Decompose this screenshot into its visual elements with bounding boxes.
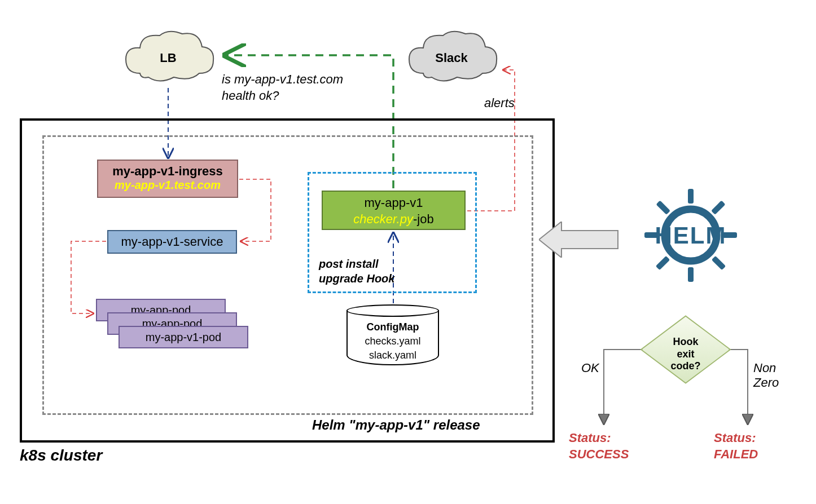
ingress-box: my-app-v1-ingress my-app-v1.test.com — [97, 160, 238, 198]
lb-label: LB — [160, 51, 176, 65]
job-suffix: -job — [413, 212, 434, 226]
slack-label: Slack — [435, 51, 468, 65]
status-success: Status:SUCCESS — [569, 430, 629, 462]
branch-ok-label: OK — [581, 361, 599, 375]
health-question-label: is my-app-v1.test.com health ok? — [222, 72, 343, 104]
slack-cloud: Slack — [401, 25, 502, 90]
job-app: my-app-v1 — [326, 195, 461, 211]
helm-release-label: Helm "my-app-v1" release — [312, 417, 480, 433]
decision-diamond: Hook exit code? — [640, 310, 731, 389]
job-script: checker.py — [353, 212, 413, 226]
hook-label: post install upgrade Hook — [319, 257, 394, 286]
pod-box-3: my-app-v1-pod — [119, 326, 248, 348]
helm-logo: HELM — [618, 183, 764, 288]
checker-job-box: my-app-v1 checker.py-job — [322, 191, 466, 230]
status-failed: Status:FAILED — [714, 430, 758, 462]
helm-to-cluster-arrow — [539, 222, 624, 260]
decision-label: Hook exit code? — [640, 336, 731, 373]
ingress-title: my-app-v1-ingress — [102, 164, 234, 179]
cluster-label: k8s cluster — [20, 446, 102, 465]
svg-rect-2 — [688, 267, 694, 282]
job-line-2: checker.py-job — [326, 211, 461, 228]
svg-rect-8 — [712, 256, 726, 270]
svg-rect-5 — [711, 200, 725, 214]
branch-nonzero-label: NonZero — [753, 361, 779, 391]
svg-rect-7 — [656, 200, 670, 214]
configmap-text: ConfigMap checks.yaml slack.yaml — [346, 320, 439, 363]
alerts-label: alerts — [484, 96, 515, 110]
configmap-cylinder: ConfigMap checks.yaml slack.yaml — [346, 304, 439, 371]
ingress-host: my-app-v1.test.com — [102, 179, 234, 192]
svg-text:HELM: HELM — [655, 222, 727, 249]
svg-rect-6 — [656, 256, 670, 270]
svg-rect-1 — [688, 189, 694, 204]
service-box: my-app-v1-service — [107, 230, 237, 254]
lb-cloud: LB — [117, 25, 219, 90]
